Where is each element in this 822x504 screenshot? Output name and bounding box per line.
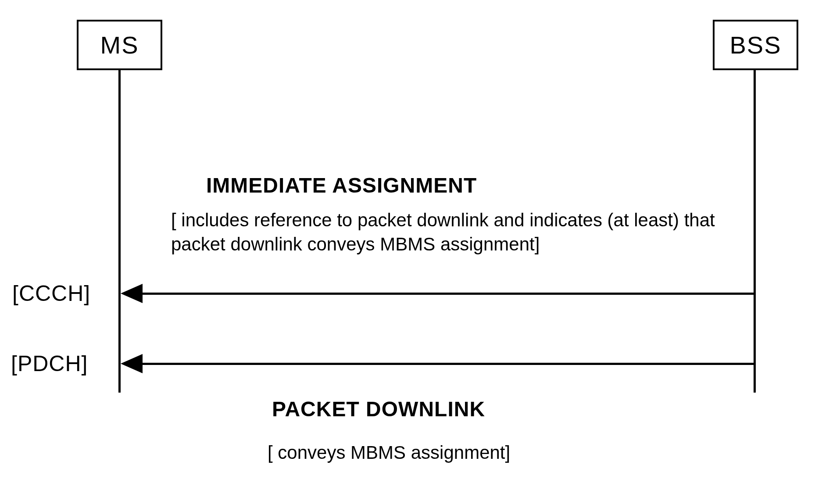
pdch-arrowhead-icon <box>121 354 143 373</box>
bss-lifeline <box>754 70 756 393</box>
sequence-diagram: MS BSS IMMEDIATE ASSIGNMENT [ includes r… <box>0 0 822 504</box>
packet-downlink-title: PACKET DOWNLINK <box>272 397 485 421</box>
bss-entity-box: BSS <box>713 20 798 70</box>
ms-lifeline <box>118 70 121 393</box>
ccch-arrow-line <box>138 293 756 295</box>
pdch-arrow-line <box>138 363 756 365</box>
ms-label: MS <box>100 31 139 59</box>
immediate-assignment-description: [ includes reference to packet downlink … <box>171 208 733 256</box>
pdch-channel-label: [PDCH] <box>11 351 88 376</box>
immediate-assignment-title: IMMEDIATE ASSIGNMENT <box>206 173 477 197</box>
ccch-channel-label: [CCCH] <box>12 281 90 306</box>
packet-downlink-description: [ conveys MBMS assignment] <box>268 441 510 465</box>
ccch-arrowhead-icon <box>121 284 143 303</box>
bss-label: BSS <box>729 31 781 59</box>
ms-entity-box: MS <box>77 20 162 70</box>
